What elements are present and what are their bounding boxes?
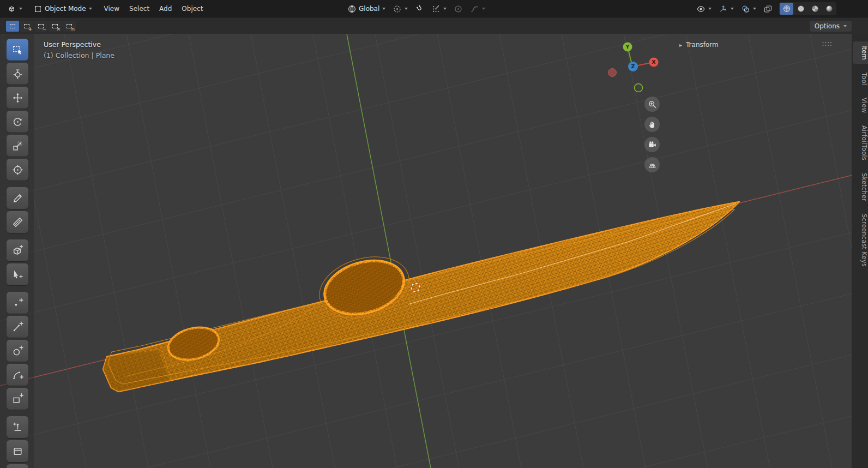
menu-select[interactable]: Select [124,3,154,15]
chevron-down-icon [382,8,385,10]
chevron-down-icon [708,8,712,10]
add-line-tool[interactable] [7,316,28,338]
tweak-tool[interactable] [7,263,28,285]
gizmo-x-ball[interactable]: X [649,58,659,67]
show-gizmos-toggle[interactable] [716,3,737,15]
menu-view[interactable]: View [99,3,124,15]
mode-selector[interactable]: Object Mode [31,3,95,15]
transform-orientation-selector[interactable]: Global [345,3,388,15]
tab-airfoiltools[interactable]: AirfoilTools [854,122,868,164]
extrude-tool[interactable] [7,416,28,438]
gizmo-x-label: X [652,59,656,65]
pivot-point-selector[interactable] [390,3,411,15]
cursor-tool[interactable] [7,63,28,85]
show-overlays-toggle[interactable] [738,3,759,15]
gizmo-y-ball[interactable]: Y [623,43,632,52]
snap-toggle[interactable] [412,3,427,15]
tool-settings-bar: +−×∩ Options [0,17,868,34]
tab-sketcher[interactable]: Sketcher [854,169,868,205]
annotate-tool[interactable] [7,187,28,209]
pan-button[interactable] [644,117,660,132]
header-menus: ViewSelectAddObject [99,3,208,15]
stern-shading [103,350,169,392]
chevron-down-icon [753,8,756,10]
snap-target-icon [431,4,441,14]
gizmo-z-label: Z [631,63,635,69]
snap-target-selector[interactable] [429,3,449,15]
chevron-down-icon [843,25,847,27]
editor-3d-viewport-icon [7,4,16,14]
gizmo-z-ball[interactable]: Z [628,62,638,71]
tab-tool[interactable]: Tool [854,69,868,89]
proportional-edit-toggle[interactable] [451,3,466,15]
options-label: Options [815,22,840,30]
gizmo-y-label: Y [625,44,630,50]
proportional-edit-icon [454,4,463,14]
gizmo-x-neg-ball[interactable] [608,69,617,77]
sidebar-tab-strip: ItemToolViewAirfoilToolsSketcherScreenca… [852,34,868,468]
select-mode-invert[interactable]: × [49,21,62,32]
tab-item[interactable]: Item [853,41,868,64]
viewport-canvas[interactable]: Y X Z [0,34,868,468]
object-mode-icon [33,4,43,14]
shading-wireframe-button[interactable] [780,3,793,15]
chevron-down-icon [443,8,447,10]
blender-window: Object Mode ViewSelectAddObject Global [0,0,868,468]
add-rectangle-tool[interactable] [7,388,28,410]
gizmo-icon [719,4,728,14]
magnet-icon [415,4,424,14]
header-right-controls [694,0,836,17]
rotate-tool[interactable] [7,111,28,133]
shading-material-preview-button[interactable] [808,3,822,15]
chevron-down-icon [19,8,22,10]
globe-icon [347,4,357,14]
shading-rendered-button[interactable] [822,3,836,15]
viewport-3d[interactable]: Y X Z User Perspective (1) Collection | … [0,34,868,468]
menu-object[interactable]: Object [177,3,208,15]
xray-icon [763,4,773,14]
chevron-down-icon [482,8,485,10]
y-axis-line [347,34,431,468]
move-tool[interactable] [7,87,28,109]
falloff-curve-icon [470,4,479,14]
chevron-down-icon [731,8,734,10]
zoom-button[interactable] [644,97,660,112]
transform-tool[interactable] [7,159,28,181]
select-mode-subtract[interactable]: − [34,21,47,32]
add-point-tool[interactable] [7,292,28,314]
box-select-tool[interactable] [7,39,28,61]
chevron-down-icon [89,8,92,10]
tab-screencast-keys[interactable]: Screencast Keys [854,210,868,271]
object-visibility-selector[interactable] [694,3,714,15]
gizmo-y-neg-ball[interactable] [635,84,643,92]
measure-tool[interactable] [7,211,28,233]
tab-view[interactable]: View [854,94,868,117]
workplane-tool[interactable] [7,440,28,462]
options-button[interactable]: Options [810,21,852,32]
perspective-toggle-button[interactable] [644,157,660,172]
transform-panel-header[interactable]: ▸ Transform [676,38,835,51]
xray-toggle[interactable] [761,3,775,15]
add-cube-tool[interactable] [7,239,28,261]
overlays-icon [741,4,750,14]
camera-view-button[interactable] [644,137,660,152]
editor-type-button[interactable] [4,3,25,15]
viewport-nav-buttons [644,97,660,172]
panel-grip-icon[interactable] [822,41,832,49]
select-mode-extend[interactable]: + [20,21,33,32]
add-circle-tool[interactable] [7,340,28,362]
more-tools-tool[interactable] [7,464,28,468]
select-mode-intersect[interactable]: ∩ [63,21,76,32]
chevron-down-icon [405,8,408,10]
kayak-object[interactable] [103,202,739,392]
add-arc-tool[interactable] [7,364,28,386]
panel-expand-arrow-icon: ▸ [679,42,682,48]
scale-tool[interactable] [7,135,28,157]
menu-add[interactable]: Add [154,3,177,15]
viewport-header: Object Mode ViewSelectAddObject Global [0,0,868,17]
proportional-falloff-selector[interactable] [467,3,488,15]
select-mode-new[interactable] [6,21,19,32]
eye-icon [696,4,706,14]
shading-solid-button[interactable] [794,3,807,15]
header-center-controls: Global [345,0,488,17]
